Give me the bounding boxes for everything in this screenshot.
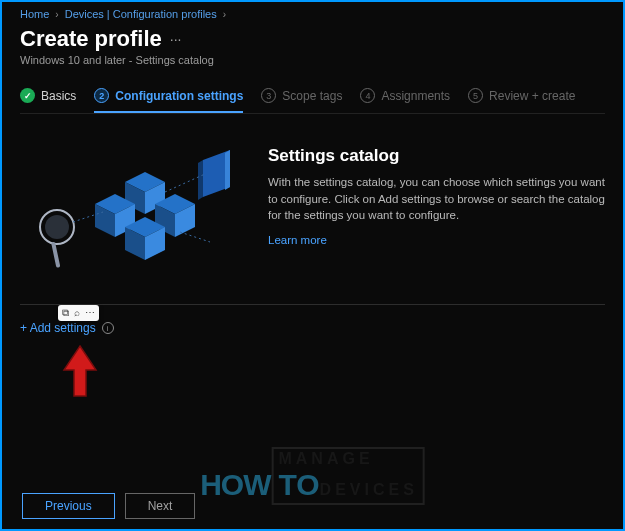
clip-toolbar[interactable]: ⧉ ⌕ ⋯ [58,305,99,321]
watermark: HOWMANAGETODEVICES [200,447,425,505]
chevron-right-icon: › [55,9,58,20]
catalog-title: Settings catalog [268,146,605,166]
breadcrumb-devices[interactable]: Devices | Configuration profiles [65,8,217,20]
wizard-tabs: ✓ Basics 2 Configuration settings 3 Scop… [20,88,605,114]
step-number: 4 [360,88,375,103]
check-icon: ✓ [20,88,35,103]
step-number: 5 [468,88,483,103]
more-icon[interactable]: ⋯ [85,307,95,319]
learn-more-link[interactable]: Learn more [268,234,605,246]
tab-assignments[interactable]: 4 Assignments [360,88,450,113]
catalog-description: With the settings catalog, you can choos… [268,174,605,224]
svg-marker-16 [198,160,203,200]
more-icon[interactable]: ··· [170,31,182,47]
svg-point-1 [45,215,69,239]
breadcrumb-home[interactable]: Home [20,8,49,20]
breadcrumb: Home › Devices | Configuration profiles … [20,8,605,20]
tab-configuration-settings[interactable]: 2 Configuration settings [94,88,243,113]
tab-label: Review + create [489,89,575,103]
catalog-illustration [20,142,250,282]
step-number: 3 [261,88,276,103]
info-icon[interactable]: i [102,322,114,334]
page-title: Create profile [20,26,162,52]
svg-line-20 [180,232,210,242]
chevron-right-icon: › [223,9,226,20]
annotation-arrow-icon [60,342,100,402]
svg-rect-2 [51,242,60,268]
page-subtitle: Windows 10 and later - Settings catalog [20,54,605,66]
divider [20,304,605,305]
previous-button[interactable]: Previous [22,493,115,519]
search-icon[interactable]: ⌕ [74,307,80,319]
tab-review-create[interactable]: 5 Review + create [468,88,575,113]
tab-scope-tags[interactable]: 3 Scope tags [261,88,342,113]
tab-label: Assignments [381,89,450,103]
next-button[interactable]: Next [125,493,196,519]
tab-label: Configuration settings [115,89,243,103]
svg-marker-17 [225,150,230,190]
step-number: 2 [94,88,109,103]
svg-marker-21 [64,346,96,396]
tab-label: Basics [41,89,76,103]
tab-label: Scope tags [282,89,342,103]
add-settings-link[interactable]: + Add settings [20,321,96,335]
tab-basics[interactable]: ✓ Basics [20,88,76,113]
copy-icon[interactable]: ⧉ [62,307,69,319]
